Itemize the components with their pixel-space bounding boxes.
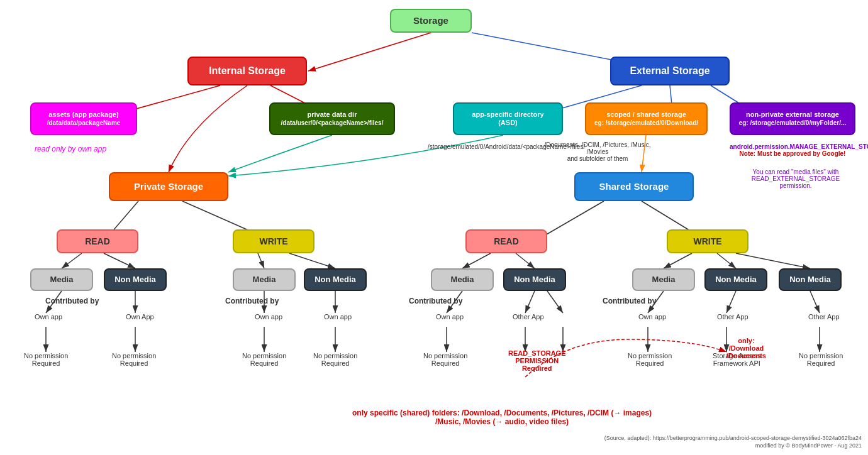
other-app-1: Other App (513, 313, 544, 321)
svg-line-35 (726, 291, 736, 313)
write-right-node: WRITE (667, 229, 748, 253)
read-only-label: read only by own app (35, 145, 106, 153)
nonmedia-2-node: Non Media (304, 268, 367, 291)
internal-storage-node: Internal Storage (187, 57, 307, 85)
private-data-node: private data dir /data/user/0/<packageNa… (269, 102, 395, 135)
own-app-4: Own app (324, 313, 352, 321)
svg-line-24 (664, 253, 692, 268)
source-label: (Source, adapted): https://betterprogram… (604, 435, 862, 441)
read-storage-perm: READ_STORAGEPERMISSIONRequired (508, 349, 565, 372)
no-perm-3: No permissionRequired (242, 352, 286, 367)
only-download-label: only:/Download/Documents (726, 337, 766, 359)
svg-line-26 (736, 253, 810, 268)
no-perm-4: No permissionRequired (313, 352, 357, 367)
svg-line-32 (525, 291, 535, 313)
svg-line-19 (104, 253, 135, 268)
no-perm-7: No permissionRequired (799, 352, 843, 367)
no-perm-6: No permissionRequired (628, 352, 672, 367)
specific-folders-label: only specific (shared) folders: /Downloa… (352, 408, 652, 426)
svg-line-23 (516, 253, 535, 268)
svg-line-6 (308, 33, 431, 71)
media-4-node: Media (632, 268, 695, 291)
shared-storage-node: Shared Storage (574, 172, 694, 201)
external-storage-node: External Storage (610, 57, 730, 85)
read-ext-storage-label: You can read "media files" withREAD_EXTE… (733, 168, 859, 189)
nonmedia-4-node: Non Media (704, 268, 767, 291)
private-storage-node: Private Storage (109, 172, 228, 201)
media-1-node: Media (30, 268, 93, 291)
non-private-node: non-private external storage eg: /storag… (730, 102, 855, 135)
diagram: Storage Internal Storage External Storag… (0, 0, 868, 455)
own-app-2: Own App (126, 313, 154, 321)
nonmedia-1-node: Non Media (104, 268, 167, 291)
connection-lines (0, 0, 868, 455)
write-left-node: WRITE (233, 229, 314, 253)
no-perm-5: No permissionRequired (423, 352, 467, 367)
read-left-node: READ (57, 229, 138, 253)
svg-line-20 (258, 253, 264, 268)
contributed-3: Contributed by (409, 297, 462, 305)
nonmedia-3-node: Non Media (503, 268, 566, 291)
svg-line-18 (62, 253, 82, 268)
scoped-node: scoped / shared storage eg: /storage/emu… (585, 102, 708, 135)
contributed-2: Contributed by (225, 297, 279, 305)
other-app-3: Other App (808, 313, 840, 321)
svg-line-21 (289, 253, 335, 268)
media-2-node: Media (233, 268, 296, 291)
asd-node: app-specific directory (ASD) (453, 102, 563, 135)
contributed-4: Contributed by (603, 297, 656, 305)
contributed-1: Contributed by (45, 297, 99, 305)
modified-label: modified by © BodyMindPower - Aug 2021 (755, 442, 862, 449)
svg-line-36 (810, 291, 820, 313)
manage-perm-label: android.permission.MANAGE_EXTERNAL_STORA… (730, 143, 855, 157)
own-app-1: Own app (35, 313, 62, 321)
no-perm-2: No permissionRequired (112, 352, 156, 367)
other-app-2: Other App (717, 313, 748, 321)
read-right-node: READ (465, 229, 547, 253)
storage-node: Storage (390, 9, 472, 33)
no-perm-1: No permissionRequired (24, 352, 68, 367)
asd-folders-label: /Documents, /DCIM, /Pictures, /Music, /M… (535, 141, 660, 162)
own-app-3: Own app (255, 313, 282, 321)
svg-line-25 (717, 253, 736, 268)
own-app-5: Own app (436, 313, 464, 321)
assets-node: assets (app package) /data/data/packageN… (30, 102, 137, 135)
own-app-6: Own app (638, 313, 666, 321)
svg-line-33 (547, 291, 563, 313)
svg-line-22 (462, 253, 491, 268)
nonmedia-5-node: Non Media (779, 268, 842, 291)
media-3-node: Media (431, 268, 494, 291)
